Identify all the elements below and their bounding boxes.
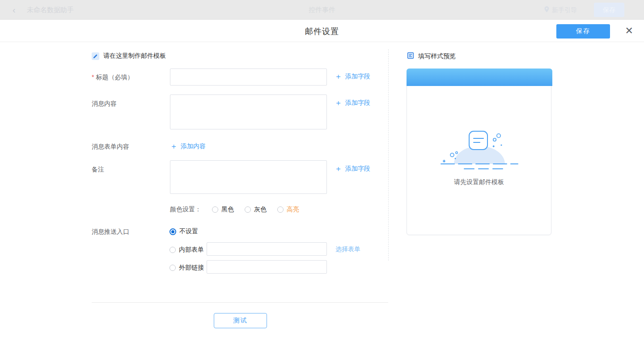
radio-selected-icon[interactable]: [169, 228, 176, 235]
title-input[interactable]: [170, 69, 327, 86]
form-section-header: 请在这里制作邮件模板: [92, 52, 166, 60]
add-content-link[interactable]: ＋ 添加内容: [170, 142, 206, 150]
vertical-dashed-divider: [388, 49, 389, 261]
radio-color-black[interactable]: 黑色: [212, 206, 234, 214]
radio-circle-icon[interactable]: [245, 206, 251, 213]
add-field-message-link[interactable]: ＋ 添加字段: [335, 99, 370, 107]
screen: ‹ 未命名数据助手 控件事件 新手引导 保存 邮件设置 保存 ✕ 请在这里制作邮…: [0, 0, 644, 339]
title-label: *标题（必填）: [92, 73, 133, 82]
push-entry-label: 消息推送入口: [92, 228, 129, 236]
preview-section-title: 填写样式预览: [418, 52, 456, 60]
radio-push-none[interactable]: 不设置: [169, 227, 198, 236]
add-field-title-link[interactable]: ＋ 添加字段: [335, 73, 370, 81]
color-setting-row: 颜色设置： 黑色 灰色 高亮: [170, 206, 299, 214]
internal-form-input[interactable]: [207, 242, 327, 256]
radio-circle-icon[interactable]: [212, 206, 218, 213]
radio-circle-icon[interactable]: [169, 265, 176, 271]
select-form-link[interactable]: 选择表单: [335, 245, 360, 253]
radio-circle-icon[interactable]: [169, 247, 176, 253]
test-button[interactable]: 测试: [214, 313, 267, 328]
remark-textarea[interactable]: [170, 160, 327, 194]
guide-link: 新手引导: [544, 6, 577, 14]
add-field-remark-link[interactable]: ＋ 添加字段: [335, 165, 370, 173]
remark-label: 备注: [92, 166, 104, 174]
message-content-label: 消息内容: [92, 100, 117, 108]
required-mark: *: [92, 73, 94, 81]
radio-push-external-link[interactable]: 外部链接: [169, 264, 204, 272]
empty-state-illustration: [438, 127, 521, 180]
preview-section-header: 填写样式预览: [407, 52, 456, 60]
form-content-label: 消息表单内容: [92, 143, 129, 151]
guide-label: 新手引导: [552, 6, 577, 14]
email-settings-dialog: 邮件设置 保存 ✕ 请在这里制作邮件模板 *标题（必填） ＋ 添加字段 消息内容…: [0, 20, 644, 339]
preview-empty-text: 请先设置邮件模板: [407, 178, 551, 186]
pencil-icon: [92, 52, 99, 60]
radio-color-highlight[interactable]: 高亮: [277, 206, 299, 214]
background-save-button: 保存: [594, 3, 624, 17]
radio-color-gray[interactable]: 灰色: [245, 206, 267, 214]
form-section-title: 请在这里制作邮件模板: [103, 52, 166, 60]
color-setting-label: 颜色设置：: [170, 206, 201, 214]
plus-icon: ＋: [170, 143, 178, 150]
message-content-textarea[interactable]: [170, 94, 327, 129]
location-pin-icon: [544, 6, 550, 14]
preview-card: 请先设置邮件模板: [407, 69, 551, 235]
plus-icon: ＋: [335, 166, 342, 172]
plus-icon: ＋: [335, 73, 342, 80]
background-topbar: ‹ 未命名数据助手 控件事件 新手引导 保存: [0, 0, 644, 20]
radio-circle-icon[interactable]: [277, 206, 284, 213]
preview-card-header: [407, 69, 552, 86]
document-icon: [407, 52, 414, 60]
divider: [92, 302, 388, 303]
dialog-header: 邮件设置 保存 ✕: [0, 20, 644, 42]
radio-push-internal-form[interactable]: 内部表单: [169, 246, 204, 254]
close-icon[interactable]: ✕: [625, 25, 633, 37]
external-link-input[interactable]: [207, 260, 327, 274]
plus-icon: ＋: [335, 100, 342, 106]
save-button[interactable]: 保存: [556, 24, 610, 39]
dialog-title: 邮件设置: [0, 26, 644, 37]
